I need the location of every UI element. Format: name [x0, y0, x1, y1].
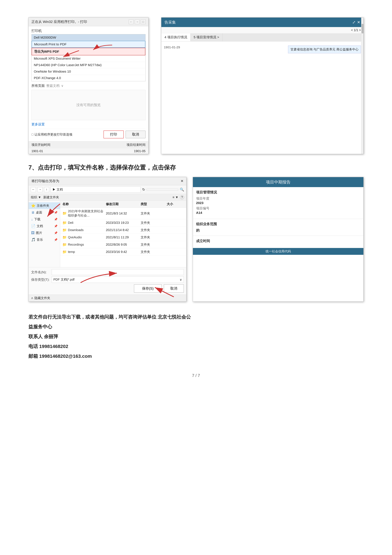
- print-button[interactable]: 打印: [103, 131, 124, 139]
- right-panel-title: 告采集: [164, 20, 176, 25]
- printer-prefs-checkbox[interactable]: [31, 133, 34, 136]
- pagination-info: < 1/1 >: [351, 28, 361, 32]
- pictures-icon: 🖼: [31, 231, 35, 235]
- project-num-value: A14: [196, 211, 360, 215]
- sidebar-nav-pictures[interactable]: 🖼 图片 📌: [29, 229, 60, 236]
- search-icon[interactable]: 🔍: [180, 188, 184, 192]
- settings-chevron[interactable]: ∨: [61, 84, 64, 88]
- start-time-label: 项目开始时间: [31, 143, 50, 147]
- desktop-icon: 🖥: [31, 211, 35, 215]
- view-icon[interactable]: ≡ ▼: [172, 196, 178, 199]
- filetype-dropdown[interactable]: PDF 文档(*.pdf ∨: [52, 276, 184, 283]
- help-icon[interactable]: ?: [180, 195, 184, 199]
- file-row-qveaudio[interactable]: 📁 QveAudio 2021/8/11 11:29 文件夹: [60, 234, 186, 241]
- all-pages-label: 所有页面: [31, 83, 45, 88]
- nav-forward-btn[interactable]: →: [37, 187, 43, 192]
- col-size-header[interactable]: 大小: [167, 202, 184, 206]
- col-type-header[interactable]: 类型: [141, 202, 167, 206]
- organize-label[interactable]: 组织 ▼: [31, 195, 41, 199]
- hide-folder-bar[interactable]: ∧ 隐藏文件夹: [29, 294, 186, 301]
- download-icon: ↓: [31, 217, 33, 221]
- dropdown-chevron: ∨: [180, 278, 182, 282]
- new-folder-btn[interactable]: 新建文件夹: [43, 195, 59, 199]
- bottom-text-line3: 联系人 余丽萍: [29, 332, 363, 341]
- end-time-label: 项目结束时间: [127, 143, 145, 147]
- file-row-downloads[interactable]: 📁 Downloads 2021/11/14 8:42 文件夹: [60, 226, 186, 234]
- filename-label: 文件名(N):: [31, 270, 52, 274]
- printer-prefs-label: 让应用程序更改打印首选项: [35, 132, 72, 137]
- org-scope-value: 的: [196, 228, 360, 233]
- tab-promo[interactable]: 5 项目宣传情况 >: [191, 33, 223, 41]
- save-dialog-title: 将打印输出另存为: [31, 179, 59, 183]
- start-time-val: 1901-01: [31, 149, 43, 153]
- file-row-temp[interactable]: 📁 temp 2023/3/16 9:42 文件夹: [60, 248, 186, 256]
- end-time-val: 1901-05: [134, 149, 145, 153]
- printer-item-xps[interactable]: Microsoft XPS Document Writer: [32, 55, 145, 62]
- sidebar-nav-docs[interactable]: 📄 文档 📌: [29, 223, 60, 229]
- report-section1-title: 项目管理情况: [196, 190, 360, 195]
- folder-icon-downloads: 📁: [62, 228, 67, 232]
- folder-icon-deli: 📁: [62, 221, 67, 225]
- no-preview-area: 没有可用的预览: [31, 90, 145, 120]
- printer-item-pdf[interactable]: Microsoft Print to PDF: [32, 41, 145, 48]
- home-star-icon: ⭐: [31, 204, 36, 208]
- folder-icon-qveaudio: 📁: [62, 235, 67, 240]
- col-date-header[interactable]: 修改日期: [106, 202, 141, 206]
- nav-up-btn[interactable]: ↑: [44, 187, 49, 192]
- sidebar-nav-home[interactable]: ⭐ 主收件夹: [29, 202, 60, 209]
- project-num-label: 项目编号: [196, 206, 360, 211]
- bottom-text-line5: 邮箱 19981468202@163.com: [29, 352, 363, 360]
- org-scope-title: 组织业务范围: [196, 222, 360, 226]
- filename-input[interactable]: [52, 269, 184, 275]
- unified-code-bar: 统一社会信用代码: [193, 248, 363, 255]
- save-file-button[interactable]: 保存(S): [134, 284, 162, 292]
- folder-icon-2021: 📁: [62, 211, 67, 215]
- dialog-forward-btn[interactable]: →: [135, 19, 140, 24]
- sidebar-nav-downloads[interactable]: ↓ 下载 📌: [29, 216, 60, 223]
- refresh-icon[interactable]: ↻: [142, 188, 145, 192]
- printer-item-pdfxchange[interactable]: PDF-XChange 4.0: [32, 75, 145, 81]
- dialog-back-btn[interactable]: ←: [129, 19, 134, 24]
- panel-close-icon[interactable]: ✕: [357, 20, 360, 24]
- col-name-header[interactable]: 名称: [62, 202, 106, 206]
- search-box[interactable]: [147, 189, 178, 190]
- more-settings-link[interactable]: 更多设置: [31, 122, 145, 126]
- bottom-text-line2: 益服务中心: [29, 322, 363, 331]
- pages-sub-label: 整篇文档: [46, 83, 60, 88]
- printer-item-onenote[interactable]: OneNote for Windows 10: [32, 68, 145, 75]
- file-row-deli[interactable]: 📁 Deli 2023/3/23 19:23 文件夹: [60, 219, 186, 226]
- page-footer-text: 7 / 7: [192, 373, 200, 378]
- bottom-text-line4: 电话 19981468202: [29, 342, 363, 351]
- print-dialog-title: 正在从 Win32 应用程序打印。- 打印: [31, 19, 87, 24]
- save-dialog-close[interactable]: ✕: [181, 179, 183, 183]
- breadcrumb-path[interactable]: ▶ 文档: [51, 186, 141, 193]
- printer-item-np[interactable]: NP144D60 (HP Color LaserJet MFP M277dw): [32, 62, 145, 68]
- year-value: 2023: [196, 201, 360, 205]
- music-icon: 🎵: [31, 238, 36, 242]
- right-panel-date: 1901-01-29: [164, 45, 180, 49]
- report-panel-title: 项目中期报告: [193, 177, 363, 187]
- step7-heading: 7、点击打印，填写文件名称，选择保存位置，点击保存: [29, 164, 363, 172]
- nav-back-btn[interactable]: ←: [31, 187, 36, 192]
- org-info: 甘肃省信息咨询 与广告品质养元 商公益服务中心: [288, 45, 361, 53]
- sidebar-nav-music[interactable]: 🎵 音乐 📌: [29, 236, 60, 243]
- bottom-text-line1: 若文件自行无法导出下载，或者其他问题，均可咨询评估单位 北京七悦社会公: [29, 313, 363, 321]
- docs-icon: 📄: [31, 224, 36, 228]
- expand-icon[interactable]: ⤢: [352, 20, 356, 24]
- folder-icon-temp: 📁: [62, 250, 67, 254]
- printer-section-label: 打印机: [31, 29, 145, 33]
- printer-list: Dell M2000DW Microsoft Print to PDF 导出为W…: [31, 34, 145, 81]
- found-date-title: 成立时间: [196, 239, 360, 243]
- cancel-save-button[interactable]: 取消: [164, 284, 184, 292]
- year-label: 项目年度: [196, 196, 360, 201]
- folder-icon-recordings: 📁: [62, 243, 67, 247]
- printer-item-dell[interactable]: Dell M2000DW: [32, 34, 145, 41]
- filetype-label: 保存类型(T):: [31, 278, 52, 282]
- file-row-recordings[interactable]: 📁 Recordings 2022/8/26 9:05 文件夹: [60, 241, 186, 248]
- cancel-print-button[interactable]: 取消: [126, 131, 145, 138]
- file-row-2021[interactable]: 📁 2021年中央财政支持社会组织参与社会... 2021/8/3 14:32 …: [60, 208, 186, 219]
- sidebar-nav-desktop[interactable]: 🖥 桌面 📌: [29, 209, 60, 216]
- tab-exec[interactable]: 4 项目执行情况: [161, 33, 191, 41]
- dialog-close-btn[interactable]: □: [141, 19, 145, 24]
- printer-item-wps[interactable]: 导出为WPS PDF: [32, 48, 145, 55]
